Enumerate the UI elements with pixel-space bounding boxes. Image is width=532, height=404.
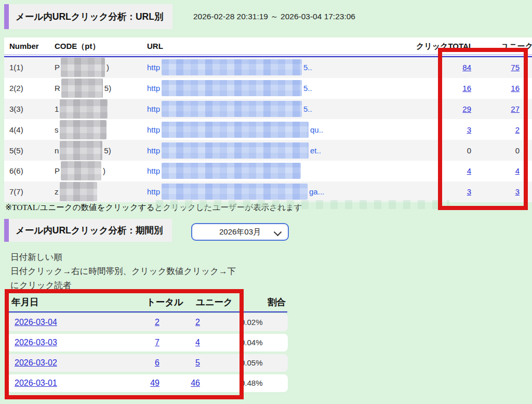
header-divider (8, 311, 287, 312)
url-link[interactable]: httpga... (147, 184, 422, 200)
ratio-value: 0.05% (241, 354, 263, 372)
day-unique-link[interactable]: 4 (195, 338, 200, 347)
day-unique-link[interactable]: 5 (195, 358, 200, 367)
period-select[interactable]: 2026年03月 (191, 223, 289, 241)
date-link[interactable]: 2026-03-02 (15, 354, 57, 372)
table-row: 2(2) R5) http5.. 16 16 (4, 78, 532, 99)
redacted-url (162, 122, 309, 138)
redacted-code (61, 58, 105, 77)
row-number: 4(4) (9, 125, 55, 134)
section1-title: メール内URLクリック分析：URL別 (9, 4, 172, 29)
col-header-ratio: 割合 (268, 293, 286, 311)
redacted-code (60, 99, 108, 119)
col-header-total: トータル (147, 293, 183, 311)
redacted-code (61, 161, 101, 180)
purple-accent-bar (4, 4, 9, 29)
code-cell: P) (55, 58, 147, 77)
total-clicks-link[interactable]: 3 (467, 125, 471, 134)
code-cell: R5) (55, 79, 147, 98)
url-click-table: Number CODE（pt） URL クリックTOTAL ユニーク数 1(1)… (4, 37, 532, 202)
col-header-unique: ユニーク数 (501, 37, 532, 55)
table-row: 7(7) z httpga... 3 3 (4, 181, 532, 202)
row-number: 6(6) (9, 166, 55, 175)
table-row: 6(6) P) http 4 4 (4, 161, 532, 181)
url-link[interactable]: http (147, 163, 422, 179)
date-link[interactable]: 2026-03-01 (15, 374, 57, 392)
unique-clicks-link[interactable]: 4 (515, 166, 520, 175)
total-clicks-link[interactable]: 16 (462, 84, 471, 93)
analytics-page: メール内URLクリック分析：URL別 2026-02-28 20:31:19 ～… (0, 0, 532, 404)
table-row: 5(5) n5) httpet.. 0 0 (4, 140, 532, 161)
period-table-body: 2026-03-04 2 2 0.02% 2026-03-03 7 4 0.04… (7, 314, 288, 395)
section1-header: メール内URLクリック分析：URL別 (4, 4, 172, 29)
table-row: 1(1) P) http5.. 84 75 (4, 57, 532, 78)
redacted-url (162, 101, 302, 117)
redacted-url (162, 163, 301, 179)
redacted-url (162, 80, 302, 96)
url-link[interactable]: http5.. (147, 101, 422, 117)
col-header-date: 年月日 (11, 293, 39, 311)
section2-header: メール内URLクリック分析：期間別 (4, 219, 172, 242)
unique-clicks-link[interactable]: 3 (515, 187, 520, 196)
hint-text: 日付新しい順 日付クリック→右に時間帯別、クリック数値クリック→下 にクリック読… (10, 250, 236, 292)
chevron-down-icon (274, 228, 282, 237)
url-link[interactable]: http5.. (147, 80, 422, 96)
unique-clicks-link[interactable]: 2 (515, 125, 520, 134)
redacted-code (60, 141, 102, 160)
period-select-value: 2026年03月 (219, 227, 261, 237)
hint-line: 日付クリック→右に時間帯別、クリック数値クリック→下 (10, 264, 236, 278)
ratio-value: 0.02% (241, 314, 263, 331)
redacted-code (60, 182, 97, 201)
col-header-url: URL (147, 37, 163, 55)
day-total-link[interactable]: 6 (155, 358, 159, 367)
redacted-url (162, 59, 302, 75)
table-row: 2026-03-04 2 2 0.02% (7, 314, 288, 331)
url-table-body: 1(1) P) http5.. 84 75 2(2) R5) http5.. 1… (4, 57, 532, 202)
day-total-link[interactable]: 49 (150, 379, 159, 387)
total-clicks-link[interactable]: 29 (462, 105, 471, 113)
redacted-code (60, 120, 107, 139)
table-row: 3(3) 1 http5.. 29 27 (4, 99, 532, 120)
hint-line: 日付新しい順 (10, 250, 236, 264)
ratio-value: 0.04% (241, 334, 263, 351)
url-table-header-row: Number CODE（pt） URL クリックTOTAL ユニーク数 (4, 37, 532, 55)
redaction-haze (156, 200, 449, 209)
table-row: 2026-03-03 7 4 0.04% (7, 334, 288, 351)
day-unique-link[interactable]: 2 (195, 318, 200, 327)
unique-clicks-link[interactable]: 27 (511, 105, 520, 113)
day-unique-link[interactable]: 46 (191, 379, 200, 387)
row-number: 1(1) (9, 63, 55, 72)
date-link[interactable]: 2026-03-03 (15, 334, 57, 351)
code-cell: n5) (55, 141, 147, 160)
unique-clicks-link[interactable]: 16 (511, 84, 520, 93)
code-cell: 1 (55, 99, 147, 119)
unique-clicks-link[interactable]: 0 (515, 146, 520, 155)
day-total-link[interactable]: 7 (155, 338, 159, 347)
url-link[interactable]: http5.. (147, 59, 422, 75)
date-link[interactable]: 2026-03-04 (15, 314, 57, 331)
code-cell: P) (55, 161, 147, 180)
code-cell: s (55, 120, 147, 139)
col-header-code: CODE（pt） (55, 37, 100, 55)
url-link[interactable]: httpqu.. (147, 122, 422, 138)
table-row: 4(4) s httpqu.. 3 2 (4, 119, 532, 140)
url-link[interactable]: httpet.. (147, 142, 422, 159)
total-clicks-link[interactable]: 84 (462, 63, 471, 72)
date-range: 2026-02-28 20:31:19 ～ 2026-03-04 17:23:0… (193, 4, 355, 29)
code-cell: z (55, 182, 147, 201)
col-header-click-total: クリックTOTAL (416, 37, 473, 55)
total-clicks-link[interactable]: 3 (467, 187, 471, 196)
col-header-number: Number (9, 37, 39, 55)
hint-line: にクリック読者 (10, 278, 236, 292)
total-clicks-link[interactable]: 4 (467, 166, 471, 175)
table-row: 2026-03-01 49 46 0.48% (7, 374, 288, 392)
day-total-link[interactable]: 2 (155, 318, 159, 327)
row-number: 3(3) (9, 105, 55, 113)
total-clicks-link[interactable]: 0 (467, 146, 471, 155)
purple-accent-bar (4, 219, 9, 242)
redacted-url (162, 142, 309, 159)
unique-clicks-link[interactable]: 75 (511, 63, 520, 72)
col-header-unique: ユニーク (196, 293, 233, 311)
row-number: 7(7) (9, 187, 55, 196)
section2-title: メール内URLクリック分析：期間別 (9, 219, 172, 242)
